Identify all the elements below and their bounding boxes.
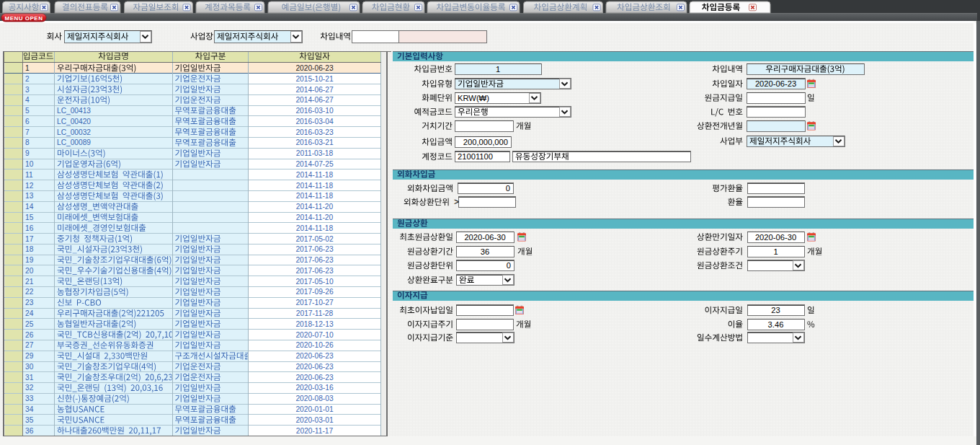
svg-text:2014-11-20: 2014-11-20 xyxy=(296,203,334,211)
svg-text:2: 2 xyxy=(25,75,30,83)
svg-text:2020-08-03: 2020-08-03 xyxy=(295,395,333,402)
svg-text:3.46: 3.46 xyxy=(768,320,784,329)
svg-text:2015-10-21: 2015-10-21 xyxy=(295,75,333,83)
svg-text:>: > xyxy=(454,197,459,207)
svg-text:0: 0 xyxy=(506,184,510,193)
svg-text:2018-12-13: 2018-12-13 xyxy=(295,320,333,328)
svg-text:2017-05-02: 2017-05-02 xyxy=(295,235,333,243)
svg-text:9: 9 xyxy=(25,149,30,157)
svg-text:34: 34 xyxy=(25,405,34,413)
svg-text:2020-11-17: 2020-11-17 xyxy=(296,427,334,435)
svg-text:1: 1 xyxy=(496,65,500,74)
svg-text:22: 22 xyxy=(25,288,34,296)
svg-text:27: 27 xyxy=(25,341,34,349)
svg-text:26: 26 xyxy=(25,331,34,339)
svg-text:2016-03-04: 2016-03-04 xyxy=(295,118,333,125)
svg-text:2020-06-23: 2020-06-23 xyxy=(295,363,333,371)
svg-text:2020-06-23: 2020-06-23 xyxy=(295,352,333,360)
svg-text:2020-06-30: 2020-06-30 xyxy=(755,233,796,242)
svg-text:3: 3 xyxy=(25,86,30,94)
svg-text:2017-11-28: 2017-11-28 xyxy=(296,309,334,317)
svg-text:2017-10-27: 2017-10-27 xyxy=(295,299,333,307)
svg-text:16: 16 xyxy=(25,224,34,232)
svg-text:MENU OPEN: MENU OPEN xyxy=(5,15,43,22)
svg-text:2017-09-26: 2017-09-26 xyxy=(295,288,333,296)
svg-text:2020-01-01: 2020-01-01 xyxy=(295,405,333,413)
svg-text:200,000,000: 200,000,000 xyxy=(463,138,508,146)
svg-text:17: 17 xyxy=(25,235,34,243)
svg-text:2014-06-27: 2014-06-27 xyxy=(295,86,333,94)
svg-text:21: 21 xyxy=(25,278,34,286)
svg-text:23: 23 xyxy=(25,299,34,307)
svg-text:2020-06-23: 2020-06-23 xyxy=(295,64,333,72)
svg-text:2020-06-23: 2020-06-23 xyxy=(755,79,796,88)
svg-text:30: 30 xyxy=(25,363,34,371)
svg-text:6: 6 xyxy=(25,118,30,125)
svg-text:32: 32 xyxy=(25,384,34,392)
svg-text:23: 23 xyxy=(771,306,780,314)
svg-text:18: 18 xyxy=(25,245,34,253)
svg-text:13: 13 xyxy=(25,192,34,200)
svg-text:2014-07-25: 2014-07-25 xyxy=(295,160,333,168)
svg-text:36: 36 xyxy=(481,247,489,256)
svg-text:KRW(₩): KRW(₩) xyxy=(458,94,489,102)
svg-text:35: 35 xyxy=(25,416,34,424)
svg-text:15: 15 xyxy=(25,213,34,221)
svg-text:2017-06-23: 2017-06-23 xyxy=(295,267,333,275)
svg-text:2014-11-18: 2014-11-18 xyxy=(296,224,334,232)
svg-text:12: 12 xyxy=(25,182,34,190)
svg-text:25: 25 xyxy=(25,320,34,328)
svg-text:33: 33 xyxy=(25,395,34,402)
svg-text:LC_00420: LC_00420 xyxy=(57,118,91,125)
svg-text:2020-03-16: 2020-03-16 xyxy=(295,384,333,392)
svg-text:2016-03-23: 2016-03-23 xyxy=(295,128,333,136)
svg-text:2014-06-27: 2014-06-27 xyxy=(295,96,333,104)
svg-text:10: 10 xyxy=(25,160,34,168)
svg-text:2017-05-10: 2017-05-10 xyxy=(295,278,333,286)
svg-text:4: 4 xyxy=(25,96,30,104)
svg-text:2016-03-21: 2016-03-21 xyxy=(295,138,333,146)
svg-text:14: 14 xyxy=(25,203,34,211)
svg-text:29: 29 xyxy=(25,352,34,360)
svg-text:36: 36 xyxy=(25,427,34,435)
svg-text:2014-11-18: 2014-11-18 xyxy=(296,171,334,179)
svg-text:2017-06-23: 2017-06-23 xyxy=(295,245,333,253)
svg-text:5: 5 xyxy=(25,107,30,115)
svg-text:21001100: 21001100 xyxy=(458,152,493,161)
svg-text:20: 20 xyxy=(25,267,34,275)
svg-text:2011-03-18: 2011-03-18 xyxy=(296,149,334,157)
svg-text:11: 11 xyxy=(25,171,33,179)
svg-text:1: 1 xyxy=(773,247,778,256)
svg-text:2014-11-20: 2014-11-20 xyxy=(296,213,334,221)
svg-text:2020-07-10: 2020-07-10 xyxy=(295,331,333,339)
svg-text:2016-03-10: 2016-03-10 xyxy=(295,107,333,115)
svg-text:2020-03-01: 2020-03-01 xyxy=(295,416,333,424)
svg-text:2020-06-23: 2020-06-23 xyxy=(295,374,333,382)
svg-text:1: 1 xyxy=(25,64,30,72)
svg-text:LC_00089: LC_00089 xyxy=(57,138,91,146)
svg-text:2020-10-26: 2020-10-26 xyxy=(295,341,333,349)
svg-text:2020-06-30: 2020-06-30 xyxy=(464,233,505,242)
svg-text:2014-11-18: 2014-11-18 xyxy=(296,192,334,200)
svg-text:7: 7 xyxy=(25,128,30,136)
svg-text:0: 0 xyxy=(507,261,511,270)
svg-text:24: 24 xyxy=(25,309,34,317)
svg-text:2014-11-18: 2014-11-18 xyxy=(296,182,334,190)
svg-text:2017-06-23: 2017-06-23 xyxy=(295,256,333,264)
svg-text:19: 19 xyxy=(25,256,34,264)
svg-text:LC_00032: LC_00032 xyxy=(57,128,91,136)
svg-text:8: 8 xyxy=(25,138,30,146)
svg-text:31: 31 xyxy=(25,374,34,382)
svg-text:LC_00413: LC_00413 xyxy=(57,107,91,115)
